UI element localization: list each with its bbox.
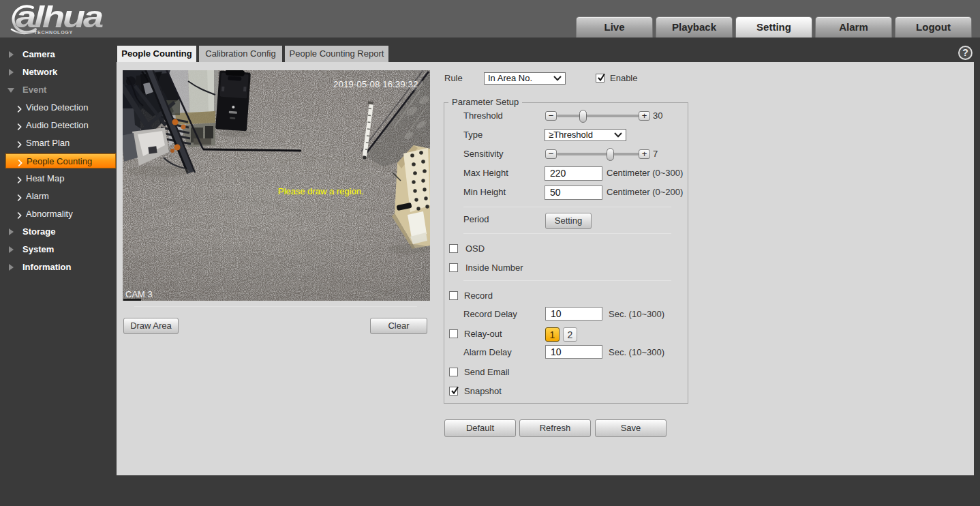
svg-text:Please draw a region.: Please draw a region. (278, 186, 364, 196)
svg-text:CAM 3: CAM 3 (125, 289, 153, 299)
svg-text:2019-05-08 16:39:32: 2019-05-08 16:39:32 (333, 79, 418, 89)
svg-text:TECHNOLOGY: TECHNOLOGY (34, 29, 73, 35)
